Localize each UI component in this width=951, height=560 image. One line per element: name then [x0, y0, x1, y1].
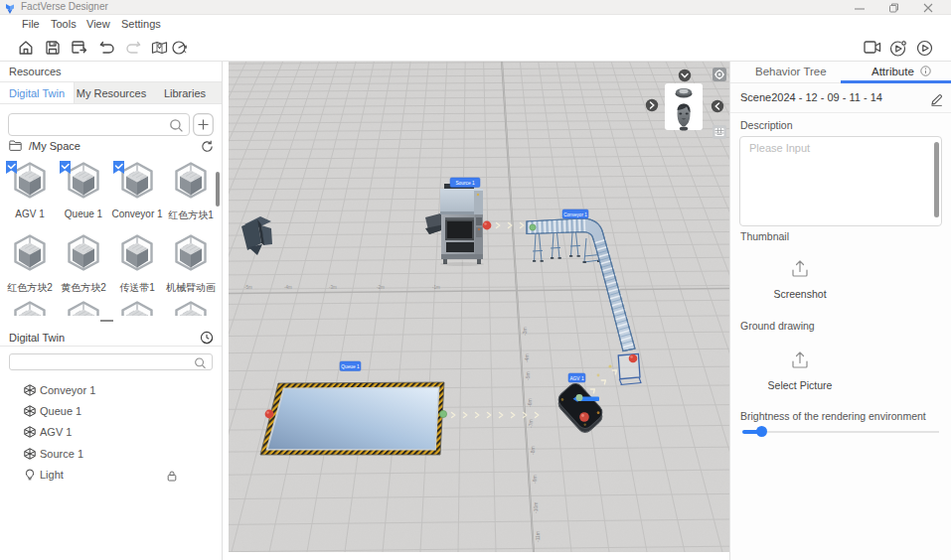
svg-text:-1m: -1m	[432, 285, 440, 290]
svg-text:-2m: -2m	[377, 285, 385, 290]
svg-text:Queue 1: Queue 1	[341, 364, 360, 369]
svg-text:-6m: -6m	[527, 398, 533, 407]
svg-text:-8m: -8m	[530, 446, 536, 455]
svg-text:-11m: -11m	[535, 531, 541, 542]
svg-text:-4m: -4m	[524, 353, 530, 362]
svg-text:-9m: -9m	[532, 475, 538, 484]
svg-text:-3m: -3m	[522, 327, 528, 336]
svg-text:-5m: -5m	[525, 371, 531, 380]
svg-text:AGV 1: AGV 1	[569, 376, 583, 381]
svg-text:-10m: -10m	[533, 502, 539, 513]
svg-text:-3m: -3m	[329, 285, 337, 290]
svg-text:Conveyor 1: Conveyor 1	[563, 212, 587, 217]
svg-text:-4m: -4m	[284, 285, 292, 290]
svg-text:-5m: -5m	[244, 285, 252, 290]
svg-text:-7m: -7m	[528, 419, 534, 428]
svg-text:Source 1: Source 1	[455, 181, 475, 186]
